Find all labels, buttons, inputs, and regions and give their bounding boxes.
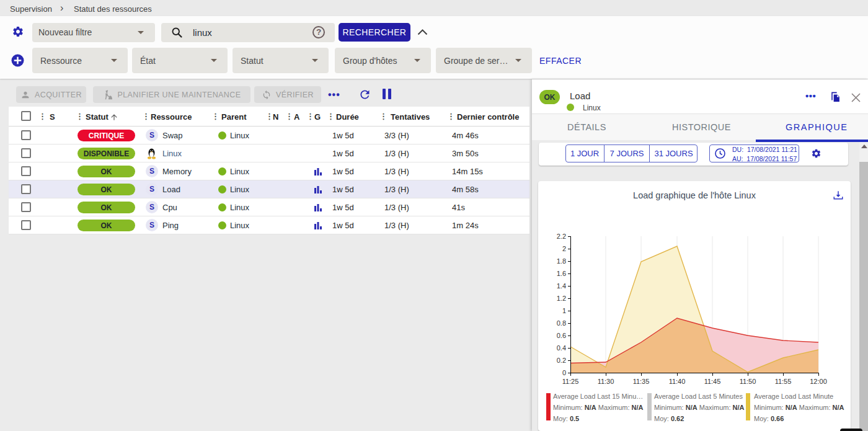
svg-text:11:30: 11:30 [598, 378, 614, 385]
svg-text:11:50: 11:50 [740, 378, 756, 385]
svg-text:11:35: 11:35 [633, 378, 650, 385]
svg-text:0.2: 0.2 [557, 357, 566, 364]
svg-text:0.4: 0.4 [557, 344, 566, 352]
svg-text:12:00: 12:00 [810, 378, 827, 385]
svg-text:1: 1 [562, 307, 566, 314]
svg-text:1.8: 1.8 [557, 257, 566, 265]
svg-text:11:55: 11:55 [775, 378, 792, 385]
svg-text:0: 0 [562, 369, 566, 376]
svg-text:2.2: 2.2 [557, 233, 566, 240]
svg-text:1.2: 1.2 [557, 295, 566, 302]
svg-text:0.6: 0.6 [557, 332, 566, 339]
svg-text:0.8: 0.8 [557, 319, 566, 327]
svg-text:11:25: 11:25 [562, 378, 579, 385]
svg-text:11:45: 11:45 [704, 378, 721, 385]
svg-text:1.4: 1.4 [557, 282, 566, 290]
svg-text:1.6: 1.6 [557, 270, 566, 277]
svg-text:11:40: 11:40 [669, 378, 686, 385]
svg-text:2: 2 [562, 245, 566, 252]
